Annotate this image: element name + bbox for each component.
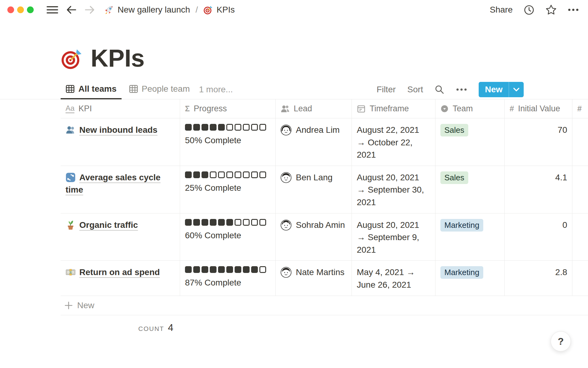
kpi-page-link[interactable]: New inbound leads [79,125,157,135]
kpi-page-link[interactable]: Return on ad spend [79,267,160,277]
svg-text:$: $ [70,271,71,274]
progress-bar [185,171,270,178]
table-row: New inbound leads50% CompleteAndrea LimA… [61,118,588,166]
person-icon [281,104,290,113]
kpi-cell[interactable]: Average sales cycle time [61,166,180,213]
history-clock-icon[interactable] [524,5,534,15]
window-controls [7,6,34,13]
breadcrumb-item-current[interactable]: KPIs [203,5,235,15]
breadcrumb-separator: / [196,5,198,15]
count-label: COUNT [138,325,164,332]
new-button-dropdown[interactable] [509,82,524,97]
more-options-icon[interactable] [568,8,579,11]
sort-button[interactable]: Sort [407,85,423,94]
kpi-cell[interactable]: Organic traffic [61,213,180,261]
filter-button[interactable]: Filter [377,85,396,94]
initial-value-cell[interactable]: 4.1 [505,166,572,213]
breadcrumb: New gallery launch / KPIs [104,5,235,15]
back-icon[interactable] [66,6,77,14]
select-icon [440,105,449,113]
progress-bar [185,124,270,131]
extra-cell[interactable] [572,166,588,213]
avatar [281,125,292,136]
forward-icon[interactable] [85,6,95,14]
column-header-progress[interactable]: ΣProgress [180,99,276,118]
breadcrumb-item-parent[interactable]: New gallery launch [104,5,190,15]
new-button-label[interactable]: New [479,82,509,97]
search-icon[interactable] [435,85,444,94]
column-header-kpi[interactable]: AaKPI [61,99,180,118]
page-header: KPIs [61,46,588,71]
tab-all-teams[interactable]: All teams [61,80,122,99]
team-cell[interactable]: Marketing [435,261,505,295]
lead-cell[interactable]: Andrea Lim [276,118,352,166]
lead-cell[interactable]: Ben Lang [276,166,352,213]
new-button[interactable]: New [479,82,524,97]
lead-name: Andrea Lim [296,124,340,136]
column-header-lead[interactable]: Lead [276,99,352,118]
help-button[interactable]: ? [551,331,571,351]
progress-cell[interactable]: 87% Complete [180,261,276,295]
progress-cell[interactable]: 60% Complete [180,213,276,261]
team-cell[interactable]: Sales [435,166,505,213]
kpi-page-link[interactable]: Organic traffic [79,220,138,230]
favorite-star-icon[interactable] [545,4,557,15]
kpi-cell[interactable]: New inbound leads [61,118,180,166]
add-row-label: New [77,301,94,310]
progress-label: 25% Complete [185,182,270,194]
column-header-extra[interactable]: # [572,99,588,118]
page-icon-target-emoji[interactable] [61,48,83,70]
progress-cell[interactable]: 50% Complete [180,118,276,166]
timeframe-value: August 22, 2021 → October 22, 2021 [357,124,424,161]
team-tag: Sales [440,171,468,184]
more-views-button[interactable]: 1 more... [195,80,237,99]
timeframe-cell[interactable]: August 20, 2021 → September 9, 2021 [352,213,435,261]
table-row: $Return on ad spend87% CompleteNate Mart… [61,261,588,296]
initial-value-cell[interactable]: 70 [505,118,572,166]
window-titlebar: New gallery launch / KPIs Share [0,0,588,20]
busts-emoji [66,125,76,135]
window-minimize-button[interactable] [17,6,24,13]
column-header-team[interactable]: Team [435,99,505,118]
breadcrumb-label: KPIs [217,5,235,15]
initial-value-cell[interactable]: 0 [505,213,572,261]
count-summary[interactable]: COUNT 4 [61,315,180,333]
kpi-table: AaKPIΣProgressLeadTimeframeTeam#Initial … [61,99,588,296]
progress-cell[interactable]: 25% Complete [180,166,276,213]
avatar [281,267,292,278]
avatar [281,220,292,231]
extra-cell[interactable] [572,118,588,166]
column-header-label: Progress [194,104,227,113]
add-row-button[interactable]: New [61,296,588,315]
team-tag: Marketing [440,219,483,232]
extra-cell[interactable] [572,261,588,295]
timeframe-cell[interactable]: August 22, 2021 → October 22, 2021 [352,118,435,166]
lead-cell[interactable]: Sohrab Amin [276,213,352,261]
window-close-button[interactable] [7,6,14,13]
lead-name: Nate Martins [296,266,345,279]
extra-cell[interactable] [572,213,588,261]
kpi-page-link[interactable]: Average sales cycle time [66,173,160,195]
view-controls: Filter Sort New [377,80,524,99]
target-emoji [203,5,213,15]
timeframe-cell[interactable]: May 4, 2021 → June 26, 2021 [352,261,435,295]
table-header-row: AaKPIΣProgressLeadTimeframeTeam#Initial … [61,99,588,118]
tab-people-team[interactable]: People team [124,80,195,99]
team-cell[interactable]: Marketing [435,213,505,261]
window-zoom-button[interactable] [27,6,34,13]
initial-value-cell[interactable]: 2.8 [505,261,572,295]
column-header-timeframe[interactable]: Timeframe [352,99,435,118]
table-view-icon [66,84,75,94]
sidebar-menu-icon[interactable] [47,6,58,14]
timeframe-cell[interactable]: August 20, 2021 → September 30, 2021 [352,166,435,213]
share-button[interactable]: Share [490,5,513,15]
timeframe-value: May 4, 2021 → June 26, 2021 [357,266,424,291]
column-header-initial-value[interactable]: #Initial Value [505,99,572,118]
view-more-options-icon[interactable] [456,88,467,91]
plant-emoji [66,220,76,230]
team-cell[interactable]: Sales [435,118,505,166]
kpi-cell[interactable]: $Return on ad spend [61,261,180,295]
lead-cell[interactable]: Nate Martins [276,261,352,295]
page-title[interactable]: KPIs [91,46,145,71]
titlebar-actions: Share [490,4,579,15]
